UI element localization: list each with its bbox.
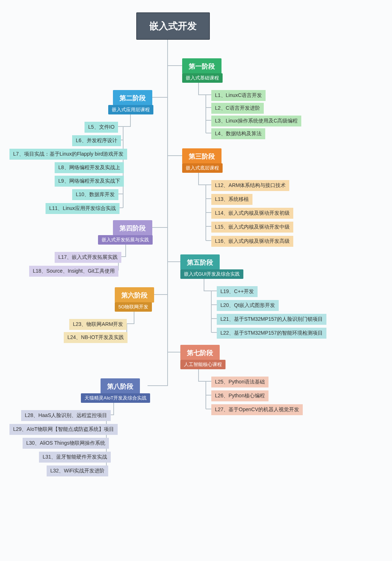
stage-2-title: 第二阶段 [113,90,152,105]
leaf-l2: L2、C语言开发进阶 [211,103,264,114]
leaf-l23: L23、物联网ARM开发 [69,319,127,330]
stage-2-subtitle: 嵌入式应用层课程 [108,105,153,114]
leaf-l20: L20、Qt嵌入式图形开发 [217,300,279,311]
stage-1-title: 第一阶段 [182,58,222,74]
stage-4-title: 第四阶段 [113,220,152,235]
stage-1-subtitle: 嵌入式基础课程 [182,73,223,83]
stage-3-subtitle: 嵌入式底层课程 [182,163,223,173]
stage-3-title: 第三阶段 [182,148,222,164]
leaf-l28: L28、HaaS人脸识别、远程监控项目 [21,410,111,421]
stage-8-subtitle: 天猫精灵AIoT开发及综合实战 [81,393,150,403]
leaf-l27: L27、基于OpenCV的机器人视觉开发 [211,404,303,415]
stage-7-subtitle: 人工智能核心课程 [180,360,226,369]
stage-8-title: 第八阶段 [101,378,140,394]
leaf-l13: L13、系统移植 [211,194,252,205]
leaf-l6: L6、并发程序设计 [72,135,121,146]
leaf-l5: L5、文件IO [85,122,118,133]
stage-6-title: 第六阶段 [115,287,154,303]
leaf-l16: L16、嵌入式内核及驱动开发高级 [211,236,293,247]
leaf-l11: L11、Linux应用开发综合实战 [46,203,119,214]
leaf-l15: L15、嵌入式内核及驱动开发中级 [211,222,293,233]
leaf-l24: L24、NB-IOT开发及实践 [64,332,128,343]
root-node: 嵌入式开发 [136,12,210,40]
leaf-l29: L29、AIoT物联网【智能点成防盗系统】项目 [9,424,118,435]
stage-6-subtitle: 5G物联网开发 [115,302,152,312]
leaf-l1: L1、LinuxC语言开发 [211,90,266,101]
leaf-l14: L14、嵌入式内核及驱动开发初级 [211,208,293,219]
leaf-l22: L22、基于STM32MP157的智能环境检测项目 [217,328,326,339]
stage-4-subtitle: 嵌入式开发拓展与实践 [98,235,153,245]
leaf-l30: L30、AliOS Things物联网操作系统 [23,438,109,449]
leaf-l10: L10、数据库开发 [72,189,118,200]
leaf-l26: L26、Python核心编程 [211,390,268,401]
connector-lines [0,0,392,561]
stage-5-subtitle: 嵌入式GUI开发及综合实践 [180,269,243,279]
leaf-l9: L9、网络编程开发及实战下 [55,176,124,187]
leaf-l4: L4、数据结构及算法 [211,128,265,139]
leaf-l19: L19、C++开发 [217,286,258,297]
leaf-l17: L17、嵌入式开发拓展实践 [55,252,121,263]
stage-7-title: 第七阶段 [180,345,220,360]
leaf-l32: L32、WiFi实战开发进阶 [47,465,108,476]
leaf-l21: L21、基于STM32MP157的人脸识别门锁项目 [217,314,326,325]
stage-5-title: 第五阶段 [180,254,220,270]
leaf-l7: L7、项目实战：基于Linux的Flapply bird游戏开发 [9,149,127,160]
leaf-l12: L12、ARM体系结构与接口技术 [211,180,289,191]
leaf-l18: L18、Source、Insight、Git工具使用 [29,266,118,277]
leaf-l31: L31、蓝牙智能硬件开发实战 [39,452,111,463]
leaf-l8: L8、网络编程开发及实战上 [55,162,124,173]
leaf-l25: L25、Python语法基础 [211,377,268,387]
leaf-l3: L3、Linux操作系统使用及C高级编程 [211,116,301,126]
